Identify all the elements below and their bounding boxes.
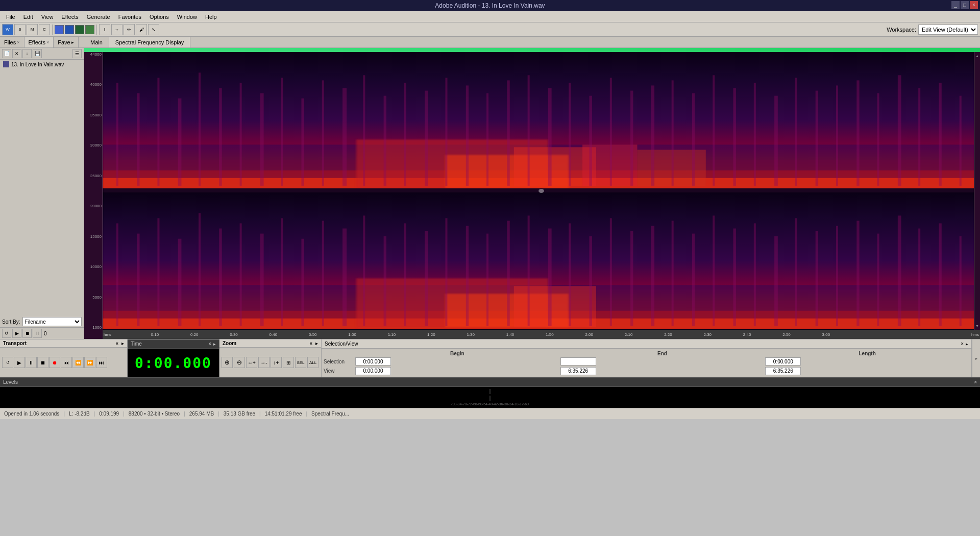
ff-transport-btn[interactable]: ⏩ xyxy=(84,357,95,368)
color-3[interactable] xyxy=(75,25,84,34)
svg-rect-31 xyxy=(342,88,347,186)
transport-expand[interactable]: ▸ xyxy=(121,341,124,346)
waveform-view-button[interactable]: W xyxy=(2,24,13,35)
tab-fave[interactable]: Fave ▸ xyxy=(54,37,78,47)
spectral-display-canvas[interactable]: hms 0:10 0:20 0:30 0:40 0:50 1:00 1:10 1… xyxy=(103,48,980,339)
view-end-input[interactable] xyxy=(560,367,596,375)
pencil-tool[interactable]: ✏ xyxy=(124,24,135,35)
file-item[interactable]: 13. In Love In Vain.wav xyxy=(1,61,83,68)
zoom-out-h-btn[interactable]: ↔- xyxy=(258,357,270,368)
tab-spectral[interactable]: Spectral Frequency Display xyxy=(109,37,191,47)
menu-bar: File Edit View Effects Generate Favorite… xyxy=(0,11,980,22)
time-2-20: 2:20 xyxy=(664,332,672,337)
minimize-button[interactable]: _ xyxy=(951,1,960,9)
time-header: Time × ▸ xyxy=(128,339,219,349)
svg-rect-66 xyxy=(199,213,201,326)
color-2[interactable] xyxy=(65,25,74,34)
zoom-expand[interactable]: ▸ xyxy=(315,341,318,346)
zoom-sel-btn[interactable]: SEL xyxy=(295,357,306,368)
svg-rect-76 xyxy=(404,223,406,326)
menu-edit[interactable]: Edit xyxy=(19,11,37,22)
scale-42: -42 xyxy=(493,402,498,406)
svg-rect-73 xyxy=(342,229,347,326)
menu-favorites[interactable]: Favorites xyxy=(114,11,145,22)
new-panel-btn[interactable]: 📄 xyxy=(2,49,11,58)
zoom-close[interactable]: × xyxy=(310,341,312,346)
loop-btn[interactable]: ↺ xyxy=(2,329,11,338)
menu-options[interactable]: Options xyxy=(145,11,173,22)
marquee-tool[interactable]: ⤡ xyxy=(148,24,159,35)
view-begin-input[interactable] xyxy=(355,367,391,375)
tab-files[interactable]: Files × xyxy=(0,37,24,47)
sort-select[interactable]: Filename xyxy=(22,317,82,326)
time-panel-close[interactable]: × xyxy=(208,341,211,347)
selection-header: Selection/View × ▸ xyxy=(322,339,971,349)
panel-options-btn[interactable]: ☰ xyxy=(72,49,82,58)
cd-view-button[interactable]: C xyxy=(39,24,50,35)
stop-btn[interactable]: ⏹ xyxy=(22,329,32,338)
selection-begin-input[interactable] xyxy=(355,357,391,366)
tab-effects[interactable]: Effects × xyxy=(24,37,54,47)
levels-label: Levels xyxy=(3,379,18,385)
menu-effects[interactable]: Effects xyxy=(57,11,82,22)
selection-expand[interactable]: ▸ xyxy=(966,342,968,347)
close-button[interactable]: × xyxy=(970,1,978,9)
files-tab-close[interactable]: × xyxy=(17,40,19,45)
selection-length-input[interactable] xyxy=(765,357,801,366)
zoom-fit-btn[interactable]: ⊞ xyxy=(283,357,294,368)
menu-help[interactable]: Help xyxy=(201,11,221,22)
rewind-transport-btn[interactable]: ⏪ xyxy=(72,357,84,368)
fave-tab-label: Fave xyxy=(58,39,70,45)
selection-tool[interactable]: I xyxy=(99,24,110,35)
transport-close[interactable]: × xyxy=(116,341,118,346)
workspace-select[interactable]: Edit View (Default) xyxy=(918,25,978,35)
zoom-full-btn[interactable]: ALL xyxy=(307,357,318,368)
play-transport-btn[interactable]: ▶ xyxy=(14,357,25,368)
auto-play-btn[interactable]: ⏸ xyxy=(33,329,42,338)
multitrack-view-button[interactable]: M xyxy=(27,24,38,35)
view-length-input[interactable] xyxy=(765,367,801,375)
color-1[interactable] xyxy=(55,25,64,34)
title-bar-controls[interactable]: _ □ × xyxy=(951,1,978,9)
next-transport-btn[interactable]: ⏭ xyxy=(96,357,107,368)
svg-rect-95 xyxy=(795,218,797,326)
time-1-40: 1:40 xyxy=(506,332,514,337)
color-4[interactable] xyxy=(85,25,94,34)
menu-window[interactable]: Window xyxy=(173,11,201,22)
loop-transport-btn[interactable]: ↺ xyxy=(2,357,13,368)
prev-transport-btn[interactable]: ⏮ xyxy=(61,357,72,368)
menu-generate[interactable]: Generate xyxy=(83,11,114,22)
zoom-in-btn[interactable]: ⊕ xyxy=(222,357,233,368)
pause-transport-btn[interactable]: ⏸ xyxy=(26,357,37,368)
levels-close[interactable]: × xyxy=(974,379,977,385)
svg-rect-20 xyxy=(116,83,118,185)
selection-close[interactable]: × xyxy=(961,341,964,347)
effects-tab-close[interactable]: × xyxy=(46,40,49,45)
move-tool[interactable]: ↔ xyxy=(111,24,122,35)
status-bar: Opened in 1.06 seconds | L: -8.2dB | 0:0… xyxy=(0,408,980,419)
maximize-button[interactable]: □ xyxy=(961,1,969,9)
right-expander[interactable]: ▸ xyxy=(972,339,980,377)
tab-main[interactable]: Main xyxy=(84,37,109,47)
scale-36: -36 xyxy=(498,402,503,406)
menu-file[interactable]: File xyxy=(2,11,19,22)
zoom-in-v-btn[interactable]: ↕+ xyxy=(271,357,282,368)
spectral-view-button[interactable]: S xyxy=(14,24,26,35)
brush-tool[interactable]: 🖌 xyxy=(136,24,147,35)
options-icon[interactable]: ☰ xyxy=(72,49,82,58)
menu-view[interactable]: View xyxy=(37,11,58,22)
selection-end-input[interactable] xyxy=(560,357,596,366)
remove-panel-btn[interactable]: ✕ xyxy=(12,49,21,58)
status-time: 0:09.199 xyxy=(99,411,119,417)
import-panel-btn[interactable]: ↓ xyxy=(22,49,32,58)
save-panel-btn[interactable]: 💾 xyxy=(33,49,42,58)
svg-rect-42 xyxy=(569,83,571,185)
play-btn[interactable]: ▶ xyxy=(12,329,21,338)
stop-transport-btn[interactable]: ⏹ xyxy=(37,357,48,368)
fave-expand-icon[interactable]: ▸ xyxy=(71,40,74,45)
record-transport-btn[interactable]: ⏺ xyxy=(49,357,60,368)
zoom-out-btn[interactable]: ⊖ xyxy=(234,357,245,368)
time-expand[interactable]: ▸ xyxy=(213,342,216,347)
freq-20k: 20000 xyxy=(84,204,102,208)
zoom-in-h-btn[interactable]: ↔+ xyxy=(246,357,257,368)
